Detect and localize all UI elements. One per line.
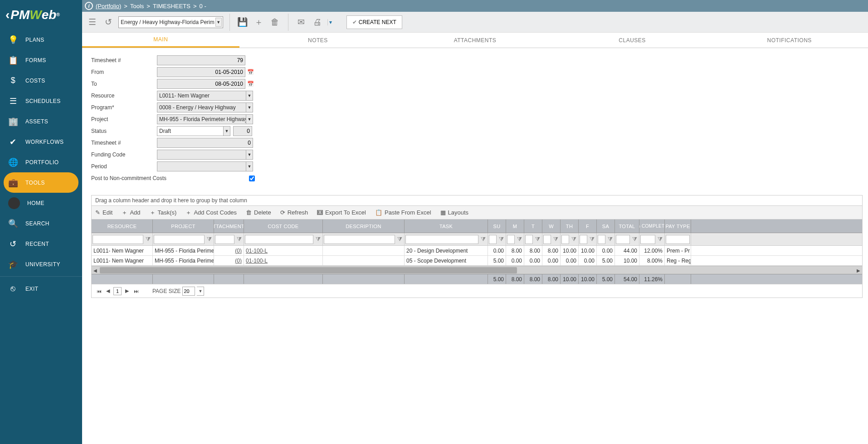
select-resource[interactable]: L0011- Nem Wagner▼ — [157, 91, 253, 101]
filter-icon[interactable]: ⧩ — [534, 236, 541, 243]
col-m[interactable]: M — [506, 220, 524, 233]
select-status[interactable]: Draft▼ — [157, 126, 230, 136]
sidebar-item-plans[interactable]: 💡PLANS — [0, 29, 82, 50]
filter-icon[interactable]: ⧩ — [497, 236, 505, 243]
grid-refresh-button[interactable]: ⟳Refresh — [280, 209, 308, 216]
select-period[interactable]: ▼ — [157, 161, 253, 171]
col-description[interactable]: DESCRIPTION — [323, 220, 405, 233]
input-timesheet-no2[interactable] — [157, 138, 253, 148]
filter-desc[interactable] — [324, 235, 395, 244]
sidebar-item-home[interactable]: HOME — [0, 193, 82, 213]
filter-icon[interactable]: ⧩ — [144, 236, 151, 243]
col-paytype[interactable]: PAY TYPE — [665, 220, 691, 233]
filter-icon[interactable]: ⧩ — [631, 236, 638, 243]
grid-edit-button[interactable]: ✎Edit — [95, 209, 112, 216]
filter-su[interactable] — [489, 235, 497, 244]
history-icon[interactable]: ↺ — [102, 16, 115, 29]
input-to[interactable] — [157, 79, 245, 89]
pager-first[interactable]: ⏮ — [95, 288, 102, 295]
col-t[interactable]: T — [524, 220, 542, 233]
col-total[interactable]: TOTAL — [615, 220, 639, 233]
col-th[interactable]: TH — [561, 220, 579, 233]
grid-delete-button[interactable]: 🗑Delete — [246, 209, 271, 216]
cell-cost[interactable]: 01-100-L — [244, 246, 323, 255]
filter-icon[interactable]: ⧩ — [479, 236, 487, 243]
select-funding[interactable]: ▼ — [157, 150, 253, 160]
table-row[interactable]: L0011- Nem WagnerMH-955 - Florida Perime… — [92, 256, 862, 266]
sidebar-item-assets[interactable]: 🏢ASSETS — [0, 111, 82, 132]
scroll-left-icon[interactable]: ◀ — [92, 266, 99, 274]
project-selector[interactable]: Energy / Heavy Highway-Florida Perim ▼ — [118, 16, 223, 28]
filter-icon[interactable]: ⧩ — [396, 236, 403, 243]
sidebar-item-schedules[interactable]: ☰SCHEDULES — [0, 91, 82, 111]
mail-icon[interactable]: ✉ — [295, 16, 307, 29]
sidebar-item-search[interactable]: 🔍SEARCH — [0, 213, 82, 234]
pager-prev[interactable]: ◀ — [104, 288, 112, 295]
filter-task[interactable] — [405, 235, 478, 244]
filter-icon[interactable]: ⧩ — [570, 236, 577, 243]
filter-resource[interactable] — [93, 235, 143, 244]
tab-notes[interactable]: NOTES — [239, 33, 397, 48]
filter-icon[interactable]: ⧩ — [656, 236, 663, 243]
col-f[interactable]: F — [579, 220, 597, 233]
sidebar-item-portfolio[interactable]: 🌐PORTFOLIO — [0, 152, 82, 172]
print-dropdown[interactable]: ▾ — [327, 19, 334, 25]
grid-add-button[interactable]: ＋Add — [122, 209, 140, 217]
cell-att[interactable]: (0) — [214, 246, 244, 255]
tab-clauses[interactable]: CLAUSES — [554, 33, 711, 48]
tab-notifications[interactable]: NOTIFICATIONS — [711, 33, 868, 48]
select-program[interactable]: 0008 - Energy / Heavy Highway▼ — [157, 102, 253, 112]
filter-icon[interactable]: ⧩ — [552, 236, 559, 243]
sidebar-item-forms[interactable]: 📋FORMS — [0, 50, 82, 70]
col-task[interactable]: TASK — [405, 220, 488, 233]
info-icon[interactable]: i — [85, 2, 93, 10]
filter-icon[interactable]: ⧩ — [516, 236, 523, 243]
input-from[interactable] — [157, 67, 245, 77]
check-post[interactable] — [249, 176, 255, 181]
filter-icon[interactable]: ⧩ — [606, 236, 614, 243]
sidebar-item-costs[interactable]: $COSTS — [0, 70, 82, 91]
add-icon[interactable]: ＋ — [253, 16, 265, 29]
sidebar-item-university[interactable]: 🎓UNIVERSITY — [0, 254, 82, 274]
grid-paste-button[interactable]: 📋Paste From Excel — [375, 209, 431, 216]
table-row[interactable]: L0011- Nem WagnerMH-955 - Florida Perime… — [92, 246, 862, 256]
pager-last[interactable]: ⏭ — [132, 288, 140, 295]
col-attachments[interactable]: ATTACHMENTS — [214, 220, 244, 233]
grid-group-hint[interactable]: Drag a column header and drop it here to… — [92, 195, 862, 206]
print-icon[interactable]: 🖨 — [311, 16, 324, 29]
sidebar-item-tools[interactable]: 💼TOOLS — [4, 172, 78, 193]
filter-icon[interactable]: ⧩ — [235, 236, 243, 243]
filter-m[interactable] — [507, 235, 515, 244]
filter-pay[interactable] — [666, 235, 690, 244]
filter-icon[interactable]: ⧩ — [314, 236, 322, 243]
col-project[interactable]: PROJECT — [153, 220, 214, 233]
scroll-right-icon[interactable]: ▶ — [855, 266, 862, 274]
tab-main[interactable]: MAIN — [82, 33, 239, 48]
filter-f[interactable] — [580, 235, 587, 244]
filter-w[interactable] — [543, 235, 551, 244]
filter-t[interactable] — [525, 235, 533, 244]
col-costcode[interactable]: COST CODE — [244, 220, 323, 233]
pager-page[interactable] — [113, 287, 122, 295]
grid-layouts-button[interactable]: ▦Layouts — [440, 209, 469, 216]
filter-project[interactable] — [154, 235, 205, 244]
input-timesheet-no[interactable] — [157, 55, 245, 65]
filter-att[interactable] — [215, 235, 234, 244]
tab-attachments[interactable]: ATTACHMENTS — [396, 33, 554, 48]
save-icon[interactable]: 💾 — [236, 16, 249, 29]
filter-total[interactable] — [616, 235, 630, 244]
col-w[interactable]: W — [542, 220, 561, 233]
col-resource[interactable]: RESOURCE — [92, 220, 153, 233]
filter-sa[interactable] — [598, 235, 605, 244]
sidebar-item-workflows[interactable]: ✔WORKFLOWS — [0, 132, 82, 152]
breadcrumb-portfolio[interactable]: (Portfolio) — [96, 3, 121, 10]
select-project[interactable]: MH-955 - Florida Perimeter Highway▼ — [157, 114, 253, 124]
filter-icon[interactable]: ⧩ — [588, 236, 595, 243]
filter-icon[interactable]: ⧩ — [205, 236, 213, 243]
calendar-icon[interactable]: 📅 — [246, 79, 254, 89]
filter-th[interactable] — [561, 235, 569, 244]
pager-size[interactable] — [182, 287, 195, 296]
filter-cost[interactable] — [245, 235, 313, 244]
cell-att[interactable]: (0) — [214, 256, 244, 265]
cell-cost[interactable]: 01-100-L — [244, 256, 323, 265]
